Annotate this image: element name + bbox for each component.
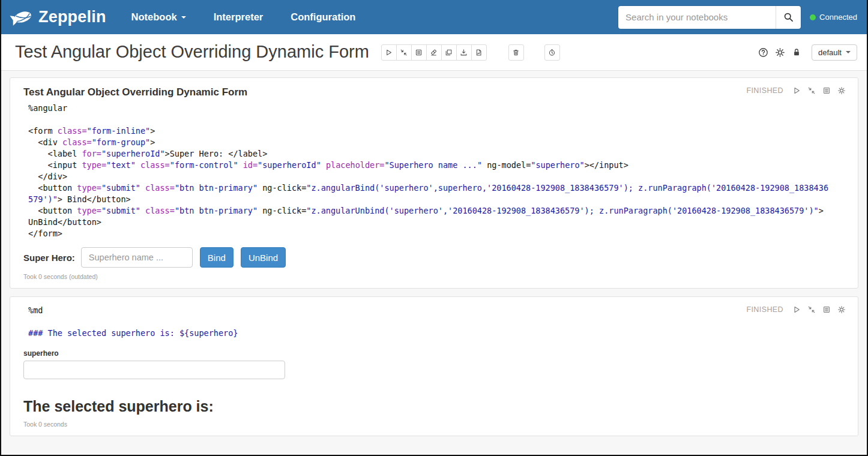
p1-result-form: Super Hero: Bind UnBind [23, 247, 858, 268]
connected-status-dot [810, 14, 816, 20]
gear-icon [837, 305, 846, 314]
connection-status: Connected [810, 13, 857, 22]
zeppelin-logo-icon [10, 5, 34, 29]
export-note-button[interactable] [456, 44, 472, 61]
lock-icon [792, 47, 801, 57]
brand-name: Zeppelin [38, 8, 106, 26]
top-navbar: Zeppelin Notebook Interpreter Configurat… [1, 0, 867, 34]
clone-note-button[interactable] [441, 44, 457, 61]
play-icon [792, 305, 801, 314]
notebook-search [618, 6, 801, 29]
hide-code-button[interactable] [396, 44, 412, 61]
compress-icon [400, 49, 408, 56]
paragraph-title: Test Angular Object Overriding Dynamic F… [10, 78, 858, 98]
unbind-button[interactable]: UnBind [241, 247, 286, 268]
nav-notebook[interactable]: Notebook [131, 11, 186, 23]
search-icon [783, 12, 794, 22]
p1-code-editor[interactable]: %angular <form class="form-inline"> <div… [10, 98, 858, 239]
zeppelin-app: Zeppelin Notebook Interpreter Configurat… [0, 0, 868, 456]
search-input[interactable] [618, 6, 776, 29]
view-mode-label: default [818, 48, 842, 57]
trash-icon [512, 49, 520, 56]
permissions-button[interactable] [792, 47, 801, 57]
paragraph-status: FINISHED [746, 86, 783, 95]
p2-execution-time: Took 0 seconds [23, 421, 858, 436]
page-export-icon [475, 49, 483, 56]
nav-interpreter[interactable]: Interpreter [214, 11, 264, 23]
caret-down-icon [181, 16, 186, 19]
view-mode-dropdown[interactable]: default [812, 44, 857, 61]
book-icon [415, 49, 423, 56]
gear-icon [837, 86, 846, 95]
note-title[interactable]: Test Angular Object Overriding Dynamic F… [15, 42, 369, 62]
paragraph-1-controls: FINISHED [746, 86, 846, 95]
compress-icon [807, 86, 816, 95]
hide-output-button[interactable] [411, 44, 427, 61]
note-toolbar-right: default [758, 44, 857, 61]
navbar-right: Connected [618, 6, 857, 29]
home-brand-link[interactable]: Zeppelin [10, 5, 106, 29]
superhero-name-input[interactable] [81, 247, 193, 268]
book-icon [822, 305, 831, 314]
rendered-markdown-heading: The selected superhero is: [23, 398, 858, 415]
download-icon [460, 49, 468, 56]
clear-output-button[interactable] [426, 44, 442, 61]
clock-icon [548, 49, 556, 56]
compress-icon [807, 305, 816, 314]
gear-icon [775, 47, 785, 58]
p2-code-editor[interactable]: %md ### The selected superhero is: ${sup… [10, 297, 858, 339]
superhero-form-label: Super Hero: [23, 253, 75, 263]
caret-down-icon [846, 51, 851, 53]
dynamic-form-superhero-input[interactable] [23, 361, 285, 379]
paragraph-settings-button[interactable] [837, 305, 846, 314]
paragraph-hide-output-button[interactable] [822, 86, 831, 95]
paragraph-hide-editor-button[interactable] [807, 86, 816, 95]
bind-button[interactable]: Bind [200, 247, 234, 268]
paragraph-settings-button[interactable] [837, 86, 846, 95]
note-toolbar: Test Angular Object Overriding Dynamic F… [1, 34, 867, 71]
paragraph-run-button[interactable] [792, 305, 801, 314]
note-actions-group [381, 44, 487, 61]
play-icon [792, 86, 801, 95]
run-all-icon [385, 49, 393, 56]
nav-configuration[interactable]: Configuration [291, 11, 355, 23]
shortcuts-button[interactable] [758, 47, 768, 58]
delete-note-button[interactable] [508, 44, 524, 61]
nav-notebook-label: Notebook [131, 11, 177, 23]
paragraph-2: FINISHED %md ### The selected superhero … [10, 296, 858, 436]
paragraph-2-controls: FINISHED [746, 305, 846, 314]
question-circle-icon [758, 47, 768, 58]
paragraph-hide-editor-button[interactable] [807, 305, 816, 314]
clone-icon [445, 49, 453, 56]
run-all-button[interactable] [381, 44, 397, 61]
scheduler-button[interactable] [544, 44, 560, 61]
paragraph-status: FINISHED [746, 305, 783, 314]
paragraph-run-button[interactable] [792, 86, 801, 95]
p1-execution-time: Took 0 seconds (outdated) [23, 273, 858, 288]
interpreter-binding-button[interactable] [775, 47, 785, 58]
search-button[interactable] [776, 6, 801, 29]
connection-status-label: Connected [819, 13, 857, 22]
eraser-icon [430, 49, 438, 56]
main-menu: Notebook Interpreter Configuration [131, 11, 356, 23]
paragraph-hide-output-button[interactable] [822, 305, 831, 314]
notebook-body: FINISHED Test Angular Object Overriding … [1, 71, 867, 455]
book-icon [822, 86, 831, 95]
version-note-button[interactable] [471, 44, 487, 61]
dynamic-form-label: superhero [23, 349, 858, 358]
paragraph-1: FINISHED Test Angular Object Overriding … [10, 77, 858, 289]
